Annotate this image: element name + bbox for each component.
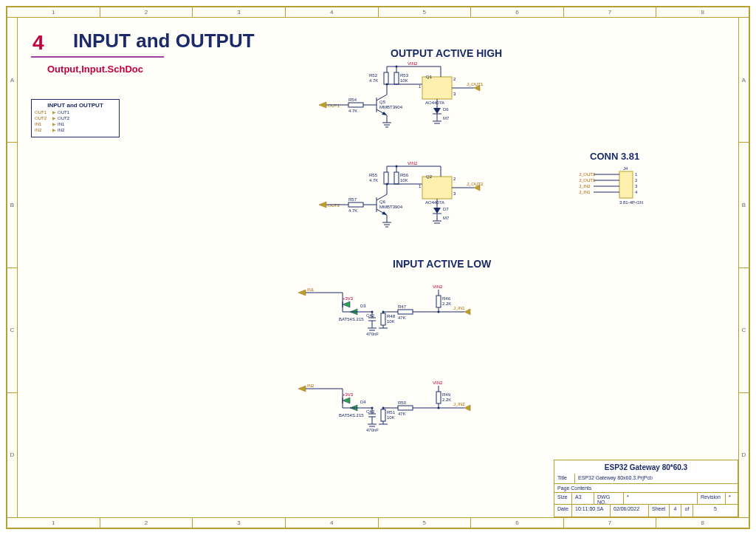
vin2-label: VIN2: [433, 381, 443, 385]
mos-pin-s: 2: [453, 77, 456, 81]
ruler-row: C: [739, 268, 749, 393]
r53-ref: R53: [400, 73, 409, 78]
npn-part: MMBT3904: [379, 105, 403, 109]
ruler-col: 8: [656, 518, 749, 528]
svg-rect-77: [381, 313, 385, 325]
tb-project: ESP32 Gateway 80*60.3: [554, 460, 738, 474]
c43-val: 470nF: [366, 428, 379, 432]
npn-part: MMBT3904: [379, 205, 403, 209]
svg-rect-48: [384, 172, 388, 184]
connector-title: CONN 3.81: [590, 151, 639, 162]
input2-circuit: IN2 +3V3 D4 BAT54S.215 C43 470nF R51 10K: [298, 372, 490, 439]
r48-val: 10K: [387, 319, 395, 324]
r46-ref: R46: [442, 296, 451, 301]
tb-dwg-value: *: [624, 493, 698, 504]
ruler-col: 8: [656, 7, 749, 17]
entry-signal: OUT1: [35, 110, 51, 115]
d7-ref: D7: [443, 207, 449, 211]
svg-marker-119: [464, 405, 470, 411]
svg-rect-50: [394, 172, 399, 184]
conn-ref: J4: [623, 166, 628, 171]
r52-ref: R52: [369, 73, 378, 78]
conn-pin-num: 2: [635, 178, 638, 183]
svg-rect-84: [398, 310, 413, 314]
svg-rect-17: [394, 72, 399, 84]
output1-circuit: OUT1 R54 4.7K Q5 MMBT3904 R52: [319, 62, 496, 143]
entry-signal: IN1: [35, 122, 51, 126]
mos-pin-d: 3: [453, 92, 456, 96]
ruler-col: 5: [379, 518, 472, 528]
ruler-bottom: 1 2 3 4 5 6 7 8: [7, 517, 749, 528]
mos-pin-g: 1: [419, 184, 422, 188]
svg-rect-54: [422, 177, 452, 199]
tb-date: 02/06/2022: [611, 505, 649, 517]
r55-ref: R55: [369, 173, 378, 177]
npn-ref: Q5: [379, 100, 386, 104]
svg-rect-86: [436, 296, 441, 307]
ruler-col: 2: [100, 7, 193, 17]
sheet-entry: IN1▶IN1: [35, 121, 116, 126]
ruler-row: B: [7, 143, 17, 268]
ruler-col: 1: [7, 7, 100, 17]
r46-val: 2.2K: [442, 301, 451, 306]
ruler-col: 7: [564, 7, 657, 17]
tb-sheet-num: 4: [670, 505, 681, 517]
v33-label: +3V3: [343, 296, 354, 301]
entry-net: IN2: [58, 128, 64, 132]
svg-point-81: [371, 311, 374, 313]
net-in1: IN1: [307, 287, 315, 292]
mos-pin-d: 3: [453, 191, 456, 196]
r-in-ref: R54: [348, 98, 357, 102]
ruler-row: C: [7, 268, 17, 393]
svg-marker-91: [464, 309, 470, 315]
conn-pin-net: J_OUT2: [579, 172, 596, 177]
ruler-col: 4: [286, 7, 379, 17]
c43-ref: C43: [366, 409, 375, 414]
input1-circuit: IN1 +3V3 D3 BAT54S.215 C42 470nF: [298, 276, 490, 343]
svg-marker-28: [433, 108, 441, 114]
r56-val: 10K: [400, 178, 408, 183]
svg-marker-7: [382, 112, 387, 115]
tb-time: 10:11:00 SA: [572, 505, 611, 517]
tb-sheet-of: of: [681, 505, 693, 517]
d3-ref: D3: [360, 304, 366, 308]
tb-size-value: A3: [572, 493, 594, 504]
d4-ref: D4: [360, 400, 366, 404]
net-jin1: J_IN1: [453, 306, 465, 310]
r53-val: 10K: [400, 78, 408, 83]
ruler-row: A: [739, 18, 749, 143]
svg-rect-114: [436, 392, 441, 403]
sheet-entry: IN2▶IN2: [35, 127, 116, 132]
net-jout2: J_OUT2: [467, 182, 484, 186]
svg-point-89: [438, 311, 440, 313]
connector-j4: J4 3.81-4P-GN J_OUT2 J_OUT1 J_IN2 J_IN1 …: [579, 166, 667, 210]
section-title: INPUT and OUTPUT: [73, 30, 255, 52]
tb-sheet-total: 5: [693, 505, 738, 517]
net-jin2: J_IN2: [453, 402, 465, 406]
tb-page-label: Page Contents: [554, 484, 738, 492]
tb-dwg-label: DWG NO.: [594, 493, 624, 504]
tb-title-label: Title: [554, 474, 575, 483]
vin2-label: VIN2: [433, 284, 443, 289]
ruler-col: 3: [193, 7, 286, 17]
d6-part: M7: [443, 116, 450, 120]
entry-net: OUT2: [58, 116, 69, 120]
net-out2: OUT2: [328, 203, 340, 208]
ruler-col: 7: [564, 518, 657, 528]
chevron-right-icon: ▶: [52, 121, 56, 126]
ruler-top: 1 2 3 4 5 6 7 8: [7, 7, 749, 18]
vin2-label: VIN2: [408, 62, 418, 66]
svg-point-117: [438, 407, 440, 409]
pmos-part: AO4407A: [425, 100, 444, 105]
ruler-col: 4: [286, 518, 379, 528]
subheading-output-high: OUTPUT ACTIVE HIGH: [391, 47, 502, 59]
net-in2: IN2: [307, 384, 315, 388]
r51-val: 10K: [387, 415, 395, 420]
svg-marker-95: [343, 398, 350, 403]
conn-pin-num: 4: [635, 190, 638, 194]
sheet-symbol-title: INPUT and OUTPUT: [35, 102, 116, 109]
entry-net: OUT1: [58, 110, 69, 115]
svg-point-21: [396, 66, 398, 68]
svg-point-109: [371, 407, 374, 409]
conn-pin-net: J_IN1: [579, 190, 591, 194]
